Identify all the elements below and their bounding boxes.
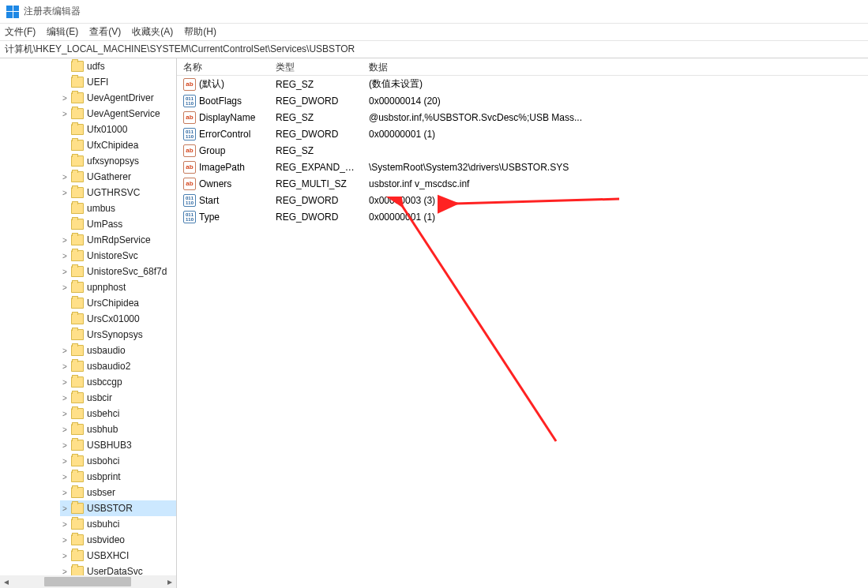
registry-value-row[interactable]: abDisplayNameREG_SZ@usbstor.inf,%USBSTOR… — [177, 109, 868, 125]
menubar: 文件(F) 编辑(E) 查看(V) 收藏夹(A) 帮助(H) — [0, 24, 868, 41]
expand-icon[interactable]: > — [60, 441, 70, 450]
registry-value-row[interactable]: abImagePathREG_EXPAND_SZ\SystemRoot\Syst… — [177, 159, 868, 175]
expand-icon[interactable]: > — [60, 394, 70, 403]
value-data: 0x00000014 (20) — [363, 96, 868, 107]
tree-horizontal-scrollbar[interactable]: ◂ ▸ — [0, 575, 176, 588]
list-panel: 名称 类型 数据 ab(默认)REG_SZ(数值未设置)011 110BootF… — [177, 58, 868, 588]
tree-item[interactable]: >USBSTOR — [60, 500, 176, 516]
address-bar[interactable]: 计算机\HKEY_LOCAL_MACHINE\SYSTEM\CurrentCon… — [0, 41, 868, 58]
tree-item[interactable]: UEFI — [60, 74, 176, 90]
value-data: 0x00000001 (1) — [363, 129, 868, 140]
tree-item-label: usbaudio2 — [87, 361, 130, 372]
tree-item[interactable]: >UGatherer — [60, 169, 176, 185]
tree-item[interactable]: >usbcir — [60, 390, 176, 406]
expand-icon[interactable]: > — [60, 268, 70, 276]
expand-icon[interactable]: > — [60, 346, 70, 355]
expand-icon[interactable]: > — [60, 362, 70, 371]
tree-item[interactable]: >usbaudio — [60, 343, 176, 358]
expand-icon[interactable]: > — [60, 378, 70, 387]
expand-icon[interactable]: > — [60, 552, 70, 560]
tree-item[interactable]: >upnphost — [60, 279, 176, 295]
tree-item-label: USBSTOR — [87, 503, 133, 514]
tree-item[interactable]: UrsChipidea — [60, 295, 176, 311]
tree-item[interactable]: >UevAgentService — [60, 106, 176, 122]
registry-value-row[interactable]: 011 110TypeREG_DWORD0x00000001 (1) — [177, 208, 868, 225]
expand-icon[interactable]: > — [60, 110, 70, 118]
tree-item[interactable]: >USBXHCI — [60, 548, 176, 564]
tree-item[interactable]: >UserDataSvc — [60, 564, 176, 575]
expand-icon[interactable]: > — [60, 536, 70, 545]
expand-icon[interactable]: > — [60, 236, 70, 245]
column-header-data[interactable]: 数据 — [363, 58, 868, 75]
tree-item[interactable]: UrsSynopsys — [60, 327, 176, 343]
menu-favorites[interactable]: 收藏夹(A) — [132, 25, 173, 39]
expand-icon[interactable]: > — [60, 410, 70, 418]
tree-item-label: USBHUB3 — [87, 440, 132, 451]
annotation-arrow-1 — [382, 197, 564, 449]
expand-icon[interactable]: > — [60, 425, 70, 434]
tree-item[interactable]: >UevAgentDriver — [60, 90, 176, 106]
registry-value-row[interactable]: abGroupREG_SZ — [177, 142, 868, 159]
registry-value-row[interactable]: abOwnersREG_MULTI_SZusbstor.inf v_mscdsc… — [177, 175, 868, 192]
folder-icon — [71, 124, 84, 135]
registry-value-row[interactable]: 011 110StartREG_DWORD0x00000003 (3) — [177, 192, 868, 208]
folder-icon — [71, 345, 84, 356]
expand-icon[interactable]: > — [60, 520, 70, 529]
tree-item[interactable]: >usbvideo — [60, 532, 176, 548]
registry-value-row[interactable]: ab(默认)REG_SZ(数值未设置) — [177, 76, 868, 92]
menu-view[interactable]: 查看(V) — [89, 25, 121, 39]
tree-item-label: usbcir — [87, 392, 112, 403]
tree-item-label: usbehci — [87, 408, 119, 419]
expand-icon[interactable]: > — [60, 567, 70, 576]
value-name: (默认) — [199, 77, 224, 91]
tree-item[interactable]: >usbaudio2 — [60, 358, 176, 374]
folder-icon — [71, 424, 84, 435]
tree-item[interactable]: umbus — [60, 200, 176, 216]
tree-item[interactable]: UfxChipidea — [60, 137, 176, 153]
tree-item[interactable]: >usbohci — [60, 453, 176, 469]
binary-value-icon: 011 110 — [183, 95, 196, 107]
expand-icon[interactable]: > — [60, 489, 70, 497]
column-header-type[interactable]: 类型 — [269, 58, 363, 75]
scroll-right-icon[interactable]: ▸ — [163, 575, 176, 588]
tree-item-label: usbser — [87, 487, 115, 498]
tree-item[interactable]: >usbhub — [60, 421, 176, 437]
tree-item[interactable]: >usbser — [60, 485, 176, 500]
tree-item[interactable]: UmPass — [60, 216, 176, 232]
registry-value-row[interactable]: 011 110BootFlagsREG_DWORD0x00000014 (20) — [177, 92, 868, 109]
scroll-left-icon[interactable]: ◂ — [0, 575, 13, 588]
expand-icon[interactable]: > — [60, 94, 70, 103]
tree-item[interactable]: >usbuhci — [60, 516, 176, 532]
tree-item[interactable]: ufxsynopsys — [60, 153, 176, 169]
tree-item[interactable]: udfs — [60, 58, 176, 74]
scroll-thumb[interactable] — [44, 577, 131, 586]
tree-item-label: UGTHRSVC — [87, 187, 140, 198]
tree-item[interactable]: >UmRdpService — [60, 232, 176, 248]
tree-item[interactable]: >USBHUB3 — [60, 437, 176, 453]
value-data: 0x00000003 (3) — [363, 195, 868, 206]
tree-item[interactable]: >UnistoreSvc — [60, 248, 176, 264]
expand-icon[interactable]: > — [60, 473, 70, 481]
expand-icon[interactable]: > — [60, 504, 70, 513]
menu-edit[interactable]: 编辑(E) — [47, 25, 78, 39]
tree-item[interactable]: >usbehci — [60, 406, 176, 421]
tree-item[interactable]: UrsCx01000 — [60, 311, 176, 327]
tree-item[interactable]: >usbccgp — [60, 374, 176, 390]
expand-icon[interactable]: > — [60, 457, 70, 466]
expand-icon[interactable]: > — [60, 189, 70, 197]
expand-icon[interactable]: > — [60, 173, 70, 182]
menu-help[interactable]: 帮助(H) — [184, 25, 216, 39]
tree-view[interactable]: udfsUEFI>UevAgentDriver>UevAgentServiceU… — [0, 58, 176, 575]
tree-item-label: UmRdpService — [87, 234, 151, 245]
tree-item-label: usbvideo — [87, 534, 125, 545]
registry-value-row[interactable]: 011 110ErrorControlREG_DWORD0x00000001 (… — [177, 125, 868, 142]
expand-icon[interactable]: > — [60, 252, 70, 260]
tree-item[interactable]: >UnistoreSvc_68f7d — [60, 264, 176, 279]
tree-item[interactable]: Ufx01000 — [60, 122, 176, 137]
expand-icon[interactable]: > — [60, 283, 70, 292]
tree-item[interactable]: >usbprint — [60, 469, 176, 485]
menu-file[interactable]: 文件(F) — [5, 25, 36, 39]
tree-item[interactable]: >UGTHRSVC — [60, 185, 176, 200]
column-header-name[interactable]: 名称 — [177, 58, 269, 75]
tree-item-label: UGatherer — [87, 171, 131, 182]
